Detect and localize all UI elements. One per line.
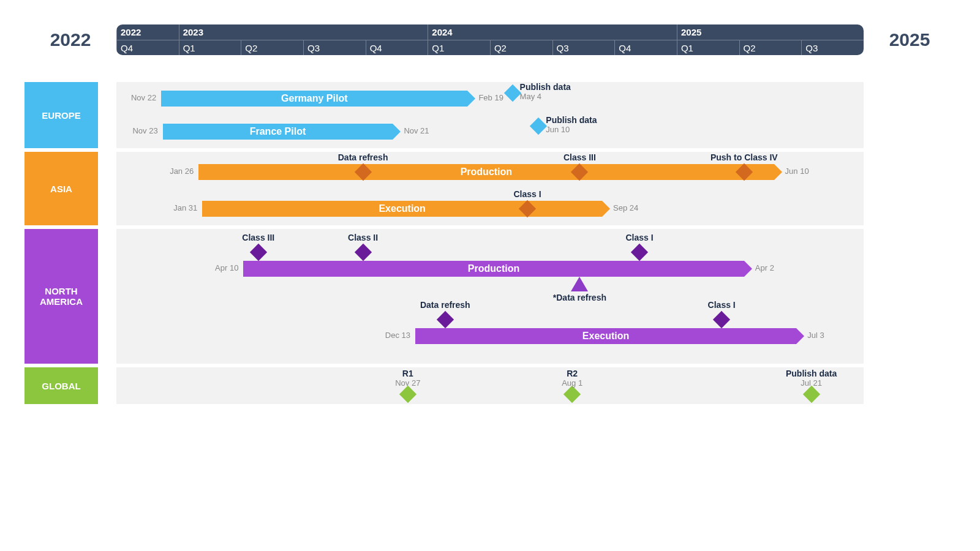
milestone-diamond-icon <box>631 244 648 261</box>
milestone-label: R1 <box>402 369 413 378</box>
task-bar: France Pilot <box>163 124 393 140</box>
axis-quarter: Q4 <box>614 40 677 55</box>
milestone-diamond-icon <box>437 311 454 328</box>
task-bar-label: France Pilot <box>250 126 306 137</box>
milestone-date: Jun 10 <box>546 125 570 134</box>
task-start-date: Apr 10 <box>215 263 243 272</box>
axis-quarter: Q3 <box>552 40 615 55</box>
task-bar: Execution <box>415 328 796 344</box>
milestone-label: Class III <box>564 152 596 162</box>
axis-quarter: Q3 <box>801 40 864 55</box>
swimlane-europe: EUROPEGermany PilotNov 22Feb 19Publish d… <box>24 82 956 148</box>
axis-year: 2025 <box>677 24 864 40</box>
axis-end-year: 2025 <box>864 29 956 50</box>
milestone-label: Class II <box>348 233 378 242</box>
milestone-diamond-icon <box>713 311 730 328</box>
task-end-date: Jun 10 <box>774 167 809 176</box>
axis-year: 2023 <box>179 24 428 40</box>
milestone-diamond-icon <box>354 244 371 261</box>
task-bar-label: Production <box>461 167 512 178</box>
axis-quarter: Q2 <box>241 40 303 55</box>
swimlane-north-america: NORTH AMERICAProductionApr 10Apr 2Class … <box>24 229 956 364</box>
milestone-date: Nov 27 <box>395 378 420 388</box>
lane-row: ExecutionDec 13Jul 3Data refreshClass I <box>116 296 864 364</box>
gantt-chart: 2022 2022202320242025 Q4Q1Q2Q3Q4Q1Q2Q3Q4… <box>24 24 956 404</box>
swimlane-global: GLOBALR1Nov 27R2Aug 1Publish dataJul 21 <box>24 367 956 404</box>
task-start-date: Nov 22 <box>131 93 161 102</box>
task-end-date: Apr 2 <box>744 263 774 272</box>
milestone-label: R2 <box>567 369 578 378</box>
axis-quarter: Q4 <box>116 40 179 55</box>
milestone-date: Aug 1 <box>562 378 582 388</box>
task-bar-label: Execution <box>582 331 629 342</box>
lane-row: R1Nov 27R2Aug 1Publish dataJul 21 <box>116 367 864 404</box>
task-start-date: Jan 31 <box>173 203 202 212</box>
swimlane-asia: ASIAProductionJan 26Jun 10Data refreshCl… <box>24 152 956 225</box>
task-bar-label: Production <box>468 263 519 274</box>
lane-row: France PilotNov 23Nov 21Publish dataJun … <box>116 115 864 148</box>
axis-track: 2022202320242025 Q4Q1Q2Q3Q4Q1Q2Q3Q4Q1Q2Q… <box>116 24 864 55</box>
axis-year: 2022 <box>116 24 179 40</box>
milestone-label: Publish data <box>786 369 837 378</box>
task-bar: Germany Pilot <box>161 91 467 107</box>
axis-quarter: Q2 <box>739 40 802 55</box>
swimlane-label: GLOBAL <box>24 367 98 404</box>
task-bar-label: Execution <box>379 203 425 214</box>
task-start-date: Nov 23 <box>132 126 162 135</box>
milestone-diamond-icon <box>399 386 417 403</box>
milestone-triangle-icon <box>571 277 588 291</box>
milestone-label: Push to Class IV <box>710 152 778 162</box>
axis-quarter: Q1 <box>428 40 490 55</box>
swimlane-body: Germany PilotNov 22Feb 19Publish dataMay… <box>116 82 864 148</box>
task-start-date: Jan 26 <box>170 167 198 176</box>
task-end-date: Sep 24 <box>602 203 638 212</box>
swimlane-label: EUROPE <box>24 82 98 148</box>
swimlane-label: NORTH AMERICA <box>24 229 98 364</box>
swimlane-body: ProductionApr 10Apr 2Class IIIClass IICl… <box>116 229 864 364</box>
milestone-label: Publish data <box>546 115 597 125</box>
milestone-date: Jul 21 <box>801 378 822 388</box>
task-bar-label: Germany Pilot <box>281 93 347 104</box>
task-bar: Execution <box>202 201 602 217</box>
milestone-diamond-icon <box>802 386 820 403</box>
axis-quarter: Q1 <box>179 40 241 55</box>
milestone-label: Data refresh <box>338 152 388 162</box>
axis-quarter: Q3 <box>303 40 366 55</box>
milestone-label: Class I <box>513 189 541 199</box>
milestone-date: May 4 <box>520 92 541 101</box>
axis-year: 2024 <box>428 24 677 40</box>
milestone-label: Data refresh <box>420 300 470 310</box>
task-bar: Production <box>243 261 744 277</box>
task-bar: Production <box>198 164 774 180</box>
lane-row: ProductionApr 10Apr 2Class IIIClass IICl… <box>116 229 864 296</box>
milestone-diamond-icon <box>503 84 521 102</box>
milestone-label: Class III <box>242 233 274 242</box>
axis-quarter: Q1 <box>677 40 739 55</box>
milestone-label: Class I <box>625 233 653 242</box>
swimlane-body: R1Nov 27R2Aug 1Publish dataJul 21 <box>116 367 864 404</box>
swimlane-label: ASIA <box>24 152 98 225</box>
milestone-diamond-icon <box>530 118 547 135</box>
milestone-label: Class I <box>708 300 736 310</box>
milestone-diamond-icon <box>250 244 267 261</box>
axis-start-year: 2022 <box>24 29 116 50</box>
task-end-date: Feb 19 <box>467 93 503 102</box>
lane-row: Germany PilotNov 22Feb 19Publish dataMay… <box>116 82 864 115</box>
task-end-date: Jul 3 <box>796 331 824 340</box>
lane-row: ExecutionJan 31Sep 24Class I <box>116 189 864 225</box>
axis-quarter: Q4 <box>366 40 428 55</box>
task-end-date: Nov 21 <box>393 126 429 135</box>
lane-row: ProductionJan 26Jun 10Data refreshClass … <box>116 152 864 189</box>
time-axis: 2022 2022202320242025 Q4Q1Q2Q3Q4Q1Q2Q3Q4… <box>24 24 956 55</box>
milestone-diamond-icon <box>564 386 581 403</box>
axis-quarter: Q2 <box>490 40 552 55</box>
milestone-label: Publish data <box>520 82 571 92</box>
swimlane-body: ProductionJan 26Jun 10Data refreshClass … <box>116 152 864 225</box>
task-start-date: Dec 13 <box>385 331 415 340</box>
